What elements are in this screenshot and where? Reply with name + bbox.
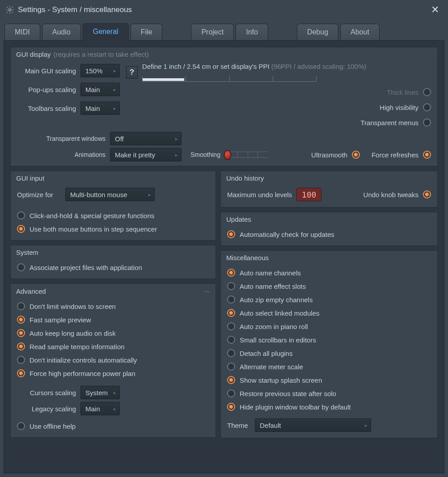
radio-icon — [227, 349, 235, 357]
opt-offline-help[interactable]: Use offline help — [17, 419, 209, 433]
panel-undo: Undo history Maximum undo levels 100 Und… — [220, 171, 438, 207]
option-label: Restore previous state after solo — [240, 390, 336, 397]
ppi-hint: (96PPI / advised scaling: 100%) — [271, 63, 367, 70]
svg-point-0 — [8, 8, 11, 11]
advanced-item-5[interactable]: Force high performance power plan — [17, 367, 209, 380]
tab-general[interactable]: General — [83, 23, 129, 41]
option-label: Don't limit windows to screen — [30, 303, 116, 310]
theme-dropdown[interactable]: Default ▸ — [255, 418, 371, 432]
chevron-right-icon: ▸ — [172, 152, 178, 157]
slider-knob-icon[interactable] — [224, 150, 231, 160]
misc-item-9[interactable]: Restore previous state after solo — [227, 387, 431, 400]
opt-transparent-menus[interactable]: Transparent menus — [360, 116, 431, 129]
radio-icon — [423, 103, 431, 111]
panel-title: Miscellaneous — [226, 254, 269, 262]
help-button[interactable]: ? — [126, 66, 138, 79]
option-label: Read sample tempo information — [30, 343, 125, 350]
radio-icon — [352, 151, 360, 159]
opt-auto-check-updates[interactable]: Automatically check for updates — [227, 228, 431, 241]
advanced-item-2[interactable]: Auto keep long audio on disk — [17, 326, 209, 340]
panel-title: Updates — [226, 215, 251, 223]
opt-ultrasmooth[interactable]: Ultrasmooth — [311, 148, 360, 161]
opt-high-visibility[interactable]: High visibility — [360, 101, 431, 114]
panel-misc: Miscellaneous Auto name channelsAuto nam… — [220, 250, 438, 438]
radio-icon — [227, 309, 235, 317]
radio-icon — [227, 322, 235, 330]
misc-item-10[interactable]: Hide plugin window toolbar by default — [227, 400, 431, 414]
advanced-item-4[interactable]: Don't initialize controls automatically — [17, 353, 209, 367]
opt-both-buttons[interactable]: Use both mouse buttons in step sequencer — [17, 222, 209, 236]
misc-item-8[interactable]: Show startup splash screen — [227, 373, 431, 387]
tab-debug[interactable]: Debug — [297, 24, 338, 41]
opt-associate[interactable]: Associate project files with application — [17, 261, 209, 274]
cursors-scaling-dropdown[interactable]: System ▸ — [80, 386, 120, 399]
option-label: Detach all plugins — [240, 350, 292, 357]
misc-item-7[interactable]: Alternate meter scale — [227, 360, 431, 373]
popups-scaling-dropdown[interactable]: Main ▸ — [80, 83, 120, 96]
radio-icon — [17, 342, 25, 350]
cursors-scaling-label: Cursors scaling — [17, 389, 76, 397]
panel-advanced: Advanced ︿ Don't limit windows to screen… — [10, 283, 216, 438]
tab-info[interactable]: Info — [236, 24, 268, 41]
option-label: Don't initialize controls automatically — [30, 356, 137, 364]
max-undo-label: Maximum undo levels — [227, 191, 292, 198]
option-label: Alternate meter scale — [240, 363, 303, 371]
titlebar: Settings - System / miscellaneous ✕ — [0, 0, 448, 20]
chevron-right-icon: ▸ — [361, 423, 367, 428]
radio-icon — [227, 376, 235, 384]
misc-item-0[interactable]: Auto name channels — [227, 266, 431, 279]
toolbars-scaling-dropdown[interactable]: Main ▸ — [80, 101, 120, 115]
radio-icon — [227, 336, 235, 344]
transparent-windows-dropdown[interactable]: Off ▸ — [110, 132, 182, 145]
radio-icon — [17, 225, 25, 233]
chevron-right-icon: ▸ — [145, 192, 151, 197]
misc-item-5[interactable]: Small scrollbars in editors — [227, 333, 431, 346]
opt-force-refreshes[interactable]: Force refreshes — [372, 148, 431, 161]
close-button[interactable]: ✕ — [427, 2, 443, 17]
opt-click-hold[interactable]: Click-and-hold & special gesture functio… — [17, 209, 209, 222]
advanced-item-1[interactable]: Fast sample preview — [17, 313, 209, 326]
legacy-scaling-dropdown[interactable]: Main ▸ — [80, 402, 120, 415]
main-scaling-dropdown[interactable]: 150% ▸ — [80, 64, 120, 77]
advanced-item-3[interactable]: Read sample tempo information — [17, 340, 209, 353]
max-undo-value[interactable]: 100 — [296, 188, 321, 201]
radio-icon — [227, 295, 235, 304]
radio-icon — [423, 88, 431, 96]
chevron-right-icon: ▸ — [110, 390, 116, 395]
theme-label: Theme — [227, 422, 250, 429]
chevron-right-icon: ▸ — [110, 406, 116, 411]
smoothing-slider[interactable] — [228, 152, 268, 158]
opt-undo-knob-tweaks[interactable]: Undo knob tweaks — [363, 188, 431, 201]
toolbars-scaling-label: Toolbars scaling — [17, 105, 76, 112]
radio-icon — [17, 369, 25, 377]
ppi-slider[interactable] — [142, 73, 317, 82]
misc-item-2[interactable]: Auto zip empty channels — [227, 293, 431, 306]
tab-midi[interactable]: MIDI — [4, 24, 40, 41]
misc-item-3[interactable]: Auto select linked modules — [227, 306, 431, 320]
optimize-dropdown[interactable]: Multi-button mouse ▸ — [65, 188, 155, 201]
chevron-right-icon: ▸ — [110, 87, 116, 92]
tab-audio[interactable]: Audio — [42, 24, 81, 41]
animations-dropdown[interactable]: Make it pretty ▸ — [110, 148, 182, 161]
transparent-windows-label: Transparent windows — [17, 135, 106, 142]
tab-file[interactable]: File — [131, 24, 163, 41]
gear-icon — [5, 5, 14, 14]
advanced-item-0[interactable]: Don't limit windows to screen — [17, 300, 209, 313]
panel-system: System Associate project files with appl… — [10, 245, 216, 279]
radio-icon — [423, 151, 431, 159]
opt-thick-lines[interactable]: Thick lines — [360, 85, 431, 99]
misc-item-1[interactable]: Auto name effect slots — [227, 279, 431, 293]
tab-about[interactable]: About — [340, 24, 380, 41]
misc-item-6[interactable]: Detach all plugins — [227, 346, 431, 360]
radio-icon — [227, 230, 235, 238]
panel-title: GUI input — [16, 174, 44, 182]
radio-icon — [227, 282, 235, 290]
chevron-right-icon: ▸ — [172, 136, 178, 141]
option-label: Auto name effect slots — [240, 283, 306, 290]
tab-project[interactable]: Project — [191, 24, 234, 41]
legacy-scaling-label: Legacy scaling — [17, 405, 76, 413]
chevron-up-icon[interactable]: ︿ — [204, 287, 210, 295]
misc-item-4[interactable]: Auto zoom in piano roll — [227, 320, 431, 333]
option-label: Auto select linked modules — [240, 309, 319, 317]
ppi-label: Define 1 inch / 2.54 cm or set display's… — [142, 63, 270, 70]
